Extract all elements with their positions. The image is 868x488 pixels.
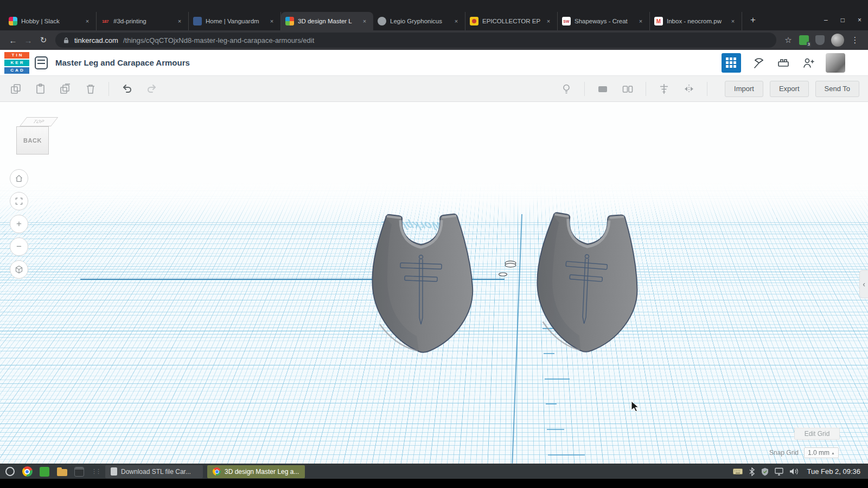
blocks-pickaxe-icon[interactable] (751, 55, 766, 70)
taskbar-window-label: Download STL file Car... (121, 468, 191, 476)
fit-view-button[interactable] (10, 192, 28, 210)
taskbar-window-tinkercad[interactable]: 3D design Master Leg a... (207, 465, 305, 478)
send-to-button[interactable]: Send To (815, 81, 859, 97)
home-view-button[interactable] (10, 169, 28, 188)
zoom-out-button[interactable]: − (10, 237, 28, 256)
shield-model-left[interactable] (372, 214, 473, 352)
tab-gmail[interactable]: M Inbox - neocrom.pw × (650, 12, 742, 30)
terminal-icon[interactable] (73, 465, 86, 478)
close-icon[interactable]: × (636, 17, 645, 25)
forward-button[interactable]: → (21, 33, 36, 48)
edit-grid-button[interactable]: Edit Grid (794, 428, 840, 440)
adblock-extension-icon[interactable] (815, 35, 825, 45)
properties-list-icon[interactable] (35, 56, 48, 69)
security-shield-icon[interactable] (761, 467, 769, 476)
export-button[interactable]: Export (770, 81, 809, 97)
workplane-grid-button[interactable] (722, 53, 741, 73)
minimize-button[interactable]: – (824, 16, 828, 24)
mirror-icon[interactable] (682, 82, 696, 96)
tab-tinkercad-active[interactable]: 3D design Master L × (281, 12, 373, 30)
tab-vanguard[interactable]: Home | Vanguardm × (189, 12, 281, 30)
taskbar-window-download[interactable]: Download STL file Car... (105, 465, 203, 478)
viewcube-top-face[interactable]: TOP (20, 117, 58, 126)
reload-button[interactable]: ↻ (36, 33, 51, 48)
tab-label: Inbox - neocrom.pw (667, 18, 725, 24)
viewcube[interactable]: TOP BACK (15, 116, 53, 156)
keyboard-layout-icon[interactable] (733, 467, 743, 476)
close-icon[interactable]: × (267, 17, 276, 25)
epicollector-icon (470, 17, 478, 25)
url-field[interactable]: tinkercad.com /things/cQqCTOjxNd8-master… (55, 33, 776, 48)
tinkercad-icon (285, 17, 294, 25)
app-menu-icon[interactable] (3, 465, 16, 478)
new-tab-button[interactable]: + (745, 12, 761, 28)
shapeways-icon: SW (562, 17, 571, 25)
delete-icon[interactable] (84, 82, 98, 96)
close-icon[interactable]: × (83, 17, 92, 25)
browser-profile-avatar[interactable] (831, 34, 844, 47)
user-avatar[interactable] (826, 53, 845, 73)
add-user-icon[interactable] (801, 55, 816, 70)
view-controls: + − (10, 169, 28, 279)
shield-model-right[interactable] (534, 211, 641, 354)
design-title[interactable]: Master Leg and Carapace Armours (55, 58, 190, 67)
show-all-lightbulb-icon[interactable] (559, 82, 573, 96)
close-icon[interactable]: × (175, 17, 184, 25)
tab-hobby-slack[interactable]: Hobby | Slack × (4, 12, 97, 30)
ungroup-icon[interactable] (621, 82, 635, 96)
copy-icon[interactable] (9, 82, 23, 96)
perspective-toggle-button[interactable] (10, 260, 28, 279)
group-icon[interactable] (596, 82, 610, 96)
close-icon[interactable]: × (360, 17, 369, 25)
back-button[interactable]: ← (5, 33, 21, 48)
clock[interactable]: Tue Feb 2, 09:36 (807, 467, 860, 476)
gmail-icon: M (654, 17, 663, 25)
tab-label: Legio Gryphonicus (390, 18, 448, 24)
volume-icon[interactable] (789, 467, 799, 476)
spreadsheet-app-icon[interactable] (38, 465, 51, 478)
maximize-button[interactable]: □ (841, 16, 845, 24)
snap-grid-dropdown[interactable]: 1.0 mm ▲ (804, 447, 839, 458)
logo-row: CAD (4, 67, 29, 74)
bookmark-star-icon[interactable]: ☆ (781, 33, 796, 48)
close-window-button[interactable]: × (858, 16, 861, 24)
display-icon[interactable] (775, 467, 783, 476)
grid-icon (726, 57, 737, 68)
duplicate-icon[interactable] (59, 82, 73, 96)
paste-icon[interactable] (34, 82, 48, 96)
browser-icon[interactable] (21, 465, 34, 478)
panel-collapse-handle[interactable]: ‹ (859, 270, 868, 298)
toolbar-right-group: Import Export Send To (559, 81, 859, 97)
3d-viewport[interactable]: Workplane (0, 102, 868, 464)
import-button[interactable]: Import (725, 81, 763, 97)
close-icon[interactable]: × (544, 17, 553, 25)
desktop-screen: Hobby | Slack × 187 #3d-printing × Home … (0, 0, 868, 488)
window-controls: – □ × (824, 16, 861, 24)
tab-epicollector[interactable]: EPICOLLECTOR EPI × (465, 12, 558, 30)
redo-icon[interactable] (145, 82, 159, 96)
taskbar-window-label: 3D design Master Leg a... (225, 468, 299, 476)
zoom-in-button[interactable]: + (10, 215, 28, 233)
logo-row: KER (4, 60, 29, 66)
extension-badge: 3 (807, 42, 811, 47)
toolbar-divider (646, 82, 646, 96)
site-icon (378, 17, 386, 25)
extension-icon[interactable]: 3 (799, 35, 809, 45)
document-icon (111, 467, 117, 476)
bluetooth-icon[interactable] (749, 467, 755, 476)
close-icon[interactable]: × (729, 17, 737, 25)
close-icon[interactable]: × (452, 17, 461, 25)
bricks-icon[interactable] (776, 55, 791, 70)
browser-menu-icon[interactable]: ⋮ (847, 33, 863, 48)
viewcube-front-face[interactable]: BACK (16, 126, 49, 155)
tab-shapeways[interactable]: SW Shapeways - Creat × (558, 12, 650, 30)
tab-3d-printing[interactable]: 187 #3d-printing × (97, 12, 189, 30)
tab-label: EPICOLLECTOR EPI (482, 18, 540, 24)
system-tray: Tue Feb 2, 09:36 (733, 467, 865, 476)
align-icon[interactable] (657, 82, 671, 96)
tab-label: Home | Vanguardm (206, 18, 264, 24)
files-icon[interactable] (55, 465, 68, 478)
tab-legio[interactable]: Legio Gryphonicus × (373, 12, 465, 30)
tinkercad-logo[interactable]: TIN KER CAD (4, 52, 29, 74)
undo-icon[interactable] (120, 82, 134, 96)
